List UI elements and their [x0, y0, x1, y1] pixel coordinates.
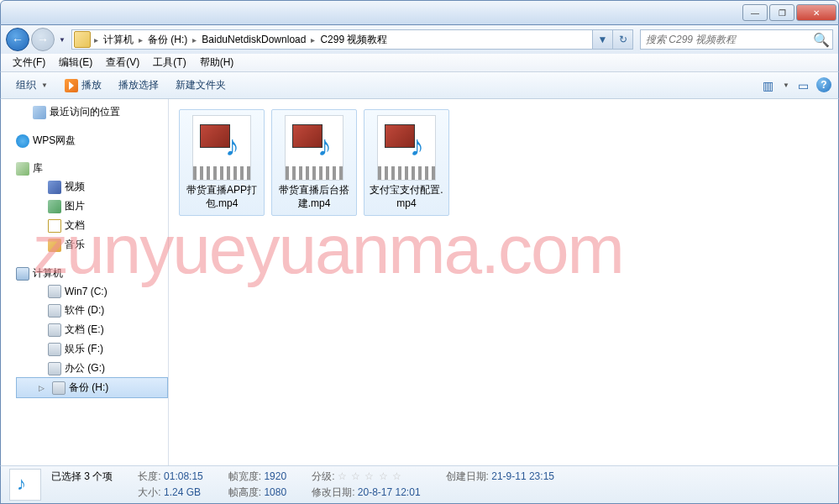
library-icon: [16, 162, 29, 176]
search-input[interactable]: [641, 34, 810, 45]
breadcrumb[interactable]: BaiduNetdiskDownload: [198, 34, 309, 45]
picture-icon: [48, 200, 61, 213]
preview-pane-button[interactable]: ▭: [794, 77, 811, 94]
view-mode-button[interactable]: ▥: [759, 77, 776, 94]
sidebar-item-drive-g[interactable]: 办公 (G:): [16, 359, 168, 378]
frameheight-label: 帧高度:: [228, 486, 261, 498]
breadcrumb-sep: ▸: [92, 35, 100, 45]
wps-icon: [16, 134, 29, 148]
video-thumbnail: [377, 115, 436, 181]
sidebar-item-drive-e[interactable]: 文档 (E:): [16, 320, 168, 339]
refresh-button[interactable]: ↻: [612, 30, 632, 49]
play-button[interactable]: 播放: [56, 75, 110, 96]
frameheight-value: 1080: [264, 486, 286, 498]
file-name: 带货直播APP打包.mp4: [183, 184, 260, 210]
folder-icon: [74, 31, 91, 48]
sidebar-group-computer: 计算机 Win7 (C:) 软件 (D:) 文档 (E:) 娱乐 (F:) 办公…: [1, 265, 168, 398]
search-icon[interactable]: 🔍: [810, 30, 832, 49]
new-folder-button[interactable]: 新建文件夹: [167, 75, 234, 96]
sidebar-item-drive-f[interactable]: 娱乐 (F:): [16, 339, 168, 359]
history-dropdown[interactable]: ▼: [56, 31, 68, 48]
address-dropdown[interactable]: ▼: [592, 30, 612, 49]
address-bar[interactable]: ▸ 计算机 ▸ 备份 (H:) ▸ BaiduNetdiskDownload ▸…: [71, 29, 633, 50]
chevron-down-icon: ▼: [783, 81, 789, 89]
menu-tools[interactable]: 工具(T): [146, 54, 192, 71]
menu-file[interactable]: 文件(F): [6, 54, 52, 71]
drive-icon: [48, 323, 61, 337]
framewidth-label: 帧宽度:: [228, 470, 261, 482]
organize-button[interactable]: 组织▼: [8, 75, 56, 96]
breadcrumb[interactable]: C299 视频教程: [317, 33, 391, 47]
close-button[interactable]: ✕: [796, 4, 836, 21]
selection-count: 已选择 3 个项: [51, 470, 113, 484]
file-item[interactable]: 带货直播后台搭建.mp4: [271, 109, 357, 216]
menu-view[interactable]: 查看(V): [99, 54, 146, 71]
breadcrumb-sep: ▸: [309, 35, 317, 45]
menu-bar: 文件(F) 编辑(E) 查看(V) 工具(T) 帮助(H): [0, 54, 839, 72]
created-label: 创建日期:: [446, 470, 489, 482]
video-thumbnail: [192, 115, 251, 181]
rating-value[interactable]: ☆ ☆ ☆ ☆ ☆: [338, 470, 402, 482]
modified-value: 20-8-17 12:01: [358, 486, 421, 498]
main-area: 最近访问的位置 WPS网盘 库 视频 图片 文档 音乐 计算机 Win7 (C:…: [0, 99, 839, 465]
window-controls: — ❐ ✕: [742, 4, 836, 21]
sidebar-item-documents[interactable]: 文档: [16, 216, 168, 235]
file-item[interactable]: 支付宝支付配置.mp4: [364, 109, 449, 216]
file-name: 支付宝支付配置.mp4: [368, 184, 445, 210]
menu-help[interactable]: 帮助(H): [193, 54, 241, 71]
file-name: 带货直播后台搭建.mp4: [275, 184, 353, 210]
breadcrumb-sep: ▸: [191, 35, 198, 45]
sidebar-group-wps: WPS网盘: [1, 132, 168, 150]
play-icon: [65, 79, 78, 92]
file-item[interactable]: 带货直播APP打包.mp4: [179, 109, 265, 216]
drive-icon: [48, 285, 61, 298]
search-bar: 🔍: [640, 29, 833, 50]
minimize-button[interactable]: —: [742, 4, 768, 21]
sidebar-item-computer[interactable]: 计算机: [16, 265, 168, 282]
size-label: 大小:: [138, 486, 160, 498]
size-value: 1.24 GB: [164, 486, 201, 498]
menu-edit[interactable]: 编辑(E): [52, 54, 99, 71]
music-icon: [48, 239, 61, 252]
length-value: 01:08:15: [164, 470, 203, 482]
framewidth-value: 1920: [264, 470, 286, 482]
sidebar-item-wps[interactable]: WPS网盘: [16, 132, 168, 150]
drive-icon: [48, 304, 61, 318]
play-select-button[interactable]: 播放选择: [110, 75, 167, 96]
sidebar-item-drive-c[interactable]: Win7 (C:): [16, 282, 168, 301]
file-list[interactable]: 带货直播APP打包.mp4 带货直播后台搭建.mp4 支付宝支付配置.mp4: [169, 99, 838, 465]
forward-button: →: [31, 28, 55, 51]
modified-label: 修改日期:: [312, 486, 354, 498]
sidebar-item-library[interactable]: 库: [16, 160, 168, 177]
sidebar-item-drive-h[interactable]: ▷备份 (H:): [16, 377, 168, 398]
drive-icon: [48, 343, 61, 356]
document-icon: [48, 219, 61, 233]
navigation-bar: ← → ▼ ▸ 计算机 ▸ 备份 (H:) ▸ BaiduNetdiskDown…: [0, 25, 839, 54]
breadcrumb[interactable]: 计算机: [100, 33, 137, 47]
details-pane: 已选择 3 个项 长度: 01:08:15 帧宽度: 1920 分级: ☆ ☆ …: [0, 465, 839, 504]
video-thumbnail: [285, 115, 343, 181]
titlebar: — ❐ ✕: [0, 0, 839, 25]
sidebar-group-library: 库 视频 图片 文档 音乐: [1, 160, 168, 255]
expand-icon[interactable]: ▷: [37, 383, 46, 392]
maximize-button[interactable]: ❐: [769, 4, 794, 21]
nav-arrows: ← → ▼: [6, 28, 68, 51]
navigation-pane: 最近访问的位置 WPS网盘 库 视频 图片 文档 音乐 计算机 Win7 (C:…: [1, 99, 169, 465]
recent-icon: [33, 106, 46, 119]
sidebar-item-drive-d[interactable]: 软件 (D:): [16, 301, 168, 320]
sidebar-item-pictures[interactable]: 图片: [16, 197, 168, 216]
rating-label: 分级:: [312, 470, 334, 482]
sidebar-item-music[interactable]: 音乐: [16, 235, 168, 255]
breadcrumb-sep: ▸: [137, 35, 144, 45]
help-icon[interactable]: ?: [816, 77, 831, 92]
drive-icon: [52, 381, 66, 395]
sidebar-item-recent[interactable]: 最近访问的位置: [1, 102, 168, 122]
breadcrumb[interactable]: 备份 (H:): [144, 33, 191, 47]
toolbar: 组织▼ 播放 播放选择 新建文件夹 ▥ ▼ ▭ ?: [0, 72, 839, 99]
back-button[interactable]: ←: [6, 28, 29, 51]
drive-icon: [48, 362, 61, 375]
sidebar-item-videos[interactable]: 视频: [16, 177, 168, 197]
chevron-down-icon: ▼: [41, 81, 48, 89]
length-label: 长度:: [138, 470, 160, 482]
computer-icon: [16, 267, 29, 281]
